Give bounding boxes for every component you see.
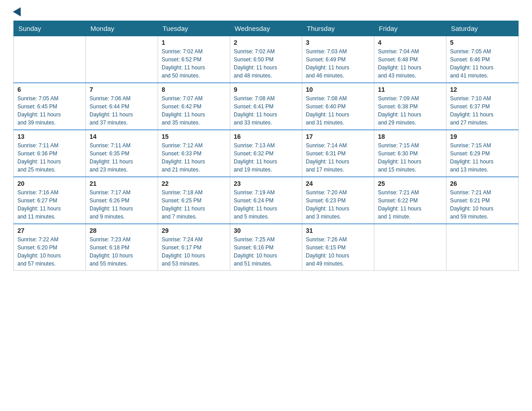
day-number: 6 bbox=[17, 86, 82, 93]
calendar-cell: 6Sunrise: 7:05 AMSunset: 6:45 PMDaylight… bbox=[14, 83, 86, 130]
calendar-cell: 17Sunrise: 7:14 AMSunset: 6:31 PMDayligh… bbox=[302, 130, 374, 177]
day-info: Sunrise: 7:15 AMSunset: 6:30 PMDaylight:… bbox=[378, 141, 442, 174]
calendar-cell: 24Sunrise: 7:20 AMSunset: 6:23 PMDayligh… bbox=[302, 177, 374, 224]
weekday-header-row: SundayMondayTuesdayWednesdayThursdayFrid… bbox=[14, 21, 519, 36]
weekday-header-tuesday: Tuesday bbox=[158, 21, 230, 36]
calendar-cell: 7Sunrise: 7:06 AMSunset: 6:44 PMDaylight… bbox=[86, 83, 158, 130]
day-number: 8 bbox=[162, 86, 226, 93]
calendar-cell: 20Sunrise: 7:16 AMSunset: 6:27 PMDayligh… bbox=[14, 177, 86, 224]
calendar-cell: 15Sunrise: 7:12 AMSunset: 6:33 PMDayligh… bbox=[158, 130, 230, 177]
day-number: 15 bbox=[162, 133, 226, 140]
calendar-cell: 12Sunrise: 7:10 AMSunset: 6:37 PMDayligh… bbox=[446, 83, 519, 130]
day-info: Sunrise: 7:22 AMSunset: 6:20 PMDaylight:… bbox=[17, 235, 82, 268]
calendar-cell: 31Sunrise: 7:26 AMSunset: 6:15 PMDayligh… bbox=[302, 224, 374, 271]
day-number: 23 bbox=[234, 180, 298, 187]
calendar-cell: 21Sunrise: 7:17 AMSunset: 6:26 PMDayligh… bbox=[86, 177, 158, 224]
day-number: 9 bbox=[234, 86, 298, 93]
day-number: 27 bbox=[17, 227, 82, 234]
calendar-table: SundayMondayTuesdayWednesdayThursdayFrid… bbox=[13, 21, 519, 271]
day-info: Sunrise: 7:17 AMSunset: 6:26 PMDaylight:… bbox=[90, 188, 154, 221]
day-info: Sunrise: 7:21 AMSunset: 6:21 PMDaylight:… bbox=[450, 188, 515, 221]
weekday-header-thursday: Thursday bbox=[302, 21, 374, 36]
day-number: 10 bbox=[306, 86, 370, 93]
calendar-cell: 9Sunrise: 7:08 AMSunset: 6:41 PMDaylight… bbox=[230, 83, 302, 130]
day-number: 7 bbox=[90, 86, 154, 93]
calendar-cell: 23Sunrise: 7:19 AMSunset: 6:24 PMDayligh… bbox=[230, 177, 302, 224]
day-number: 29 bbox=[162, 227, 226, 234]
calendar-cell: 26Sunrise: 7:21 AMSunset: 6:21 PMDayligh… bbox=[446, 177, 519, 224]
calendar-cell: 28Sunrise: 7:23 AMSunset: 6:18 PMDayligh… bbox=[86, 224, 158, 271]
day-number: 12 bbox=[450, 86, 515, 93]
calendar-cell: 5Sunrise: 7:05 AMSunset: 6:46 PMDaylight… bbox=[446, 36, 519, 83]
calendar-cell: 3Sunrise: 7:03 AMSunset: 6:49 PMDaylight… bbox=[302, 36, 374, 83]
day-info: Sunrise: 7:11 AMSunset: 6:36 PMDaylight:… bbox=[17, 141, 82, 174]
day-number: 5 bbox=[450, 39, 515, 46]
calendar-cell: 11Sunrise: 7:09 AMSunset: 6:38 PMDayligh… bbox=[374, 83, 446, 130]
calendar-cell bbox=[446, 224, 519, 271]
day-info: Sunrise: 7:06 AMSunset: 6:44 PMDaylight:… bbox=[90, 94, 154, 127]
day-number: 17 bbox=[306, 133, 370, 140]
calendar-cell bbox=[14, 36, 86, 83]
calendar-cell: 1Sunrise: 7:02 AMSunset: 6:52 PMDaylight… bbox=[158, 36, 230, 83]
day-number: 16 bbox=[234, 133, 298, 140]
day-info: Sunrise: 7:15 AMSunset: 6:29 PMDaylight:… bbox=[450, 141, 515, 174]
weekday-header-saturday: Saturday bbox=[446, 21, 519, 36]
calendar-cell: 16Sunrise: 7:13 AMSunset: 6:32 PMDayligh… bbox=[230, 130, 302, 177]
calendar-cell bbox=[86, 36, 158, 83]
day-number: 11 bbox=[378, 86, 442, 93]
day-info: Sunrise: 7:04 AMSunset: 6:48 PMDaylight:… bbox=[378, 47, 442, 80]
calendar-cell: 14Sunrise: 7:11 AMSunset: 6:35 PMDayligh… bbox=[86, 130, 158, 177]
page-header bbox=[13, 9, 519, 16]
day-number: 25 bbox=[378, 180, 442, 187]
day-info: Sunrise: 7:10 AMSunset: 6:37 PMDaylight:… bbox=[450, 94, 515, 127]
calendar-cell: 2Sunrise: 7:02 AMSunset: 6:50 PMDaylight… bbox=[230, 36, 302, 83]
weekday-header-sunday: Sunday bbox=[14, 21, 86, 36]
day-info: Sunrise: 7:07 AMSunset: 6:42 PMDaylight:… bbox=[162, 94, 226, 127]
day-number: 26 bbox=[450, 180, 515, 187]
day-info: Sunrise: 7:23 AMSunset: 6:18 PMDaylight:… bbox=[90, 235, 154, 268]
day-info: Sunrise: 7:09 AMSunset: 6:38 PMDaylight:… bbox=[378, 94, 442, 127]
day-info: Sunrise: 7:05 AMSunset: 6:46 PMDaylight:… bbox=[450, 47, 515, 80]
day-number: 14 bbox=[90, 133, 154, 140]
calendar-week-row-5: 27Sunrise: 7:22 AMSunset: 6:20 PMDayligh… bbox=[14, 224, 519, 271]
day-info: Sunrise: 7:02 AMSunset: 6:50 PMDaylight:… bbox=[234, 47, 298, 80]
day-number: 4 bbox=[378, 39, 442, 46]
calendar-cell: 4Sunrise: 7:04 AMSunset: 6:48 PMDaylight… bbox=[374, 36, 446, 83]
logo bbox=[13, 9, 24, 16]
day-number: 2 bbox=[234, 39, 298, 46]
day-number: 18 bbox=[378, 133, 442, 140]
calendar-cell: 30Sunrise: 7:25 AMSunset: 6:16 PMDayligh… bbox=[230, 224, 302, 271]
day-info: Sunrise: 7:26 AMSunset: 6:15 PMDaylight:… bbox=[306, 235, 370, 268]
day-info: Sunrise: 7:13 AMSunset: 6:32 PMDaylight:… bbox=[234, 141, 298, 174]
day-info: Sunrise: 7:25 AMSunset: 6:16 PMDaylight:… bbox=[234, 235, 298, 268]
day-info: Sunrise: 7:20 AMSunset: 6:23 PMDaylight:… bbox=[306, 188, 370, 221]
calendar-cell: 10Sunrise: 7:08 AMSunset: 6:40 PMDayligh… bbox=[302, 83, 374, 130]
day-number: 3 bbox=[306, 39, 370, 46]
day-info: Sunrise: 7:18 AMSunset: 6:25 PMDaylight:… bbox=[162, 188, 226, 221]
weekday-header-wednesday: Wednesday bbox=[230, 21, 302, 36]
day-number: 1 bbox=[162, 39, 226, 46]
day-number: 20 bbox=[17, 180, 82, 187]
day-number: 30 bbox=[234, 227, 298, 234]
day-info: Sunrise: 7:16 AMSunset: 6:27 PMDaylight:… bbox=[17, 188, 82, 221]
logo-arrow-icon bbox=[13, 7, 25, 19]
calendar-week-row-3: 13Sunrise: 7:11 AMSunset: 6:36 PMDayligh… bbox=[14, 130, 519, 177]
calendar-cell: 8Sunrise: 7:07 AMSunset: 6:42 PMDaylight… bbox=[158, 83, 230, 130]
weekday-header-friday: Friday bbox=[374, 21, 446, 36]
calendar-cell: 19Sunrise: 7:15 AMSunset: 6:29 PMDayligh… bbox=[446, 130, 519, 177]
day-info: Sunrise: 7:08 AMSunset: 6:41 PMDaylight:… bbox=[234, 94, 298, 127]
day-number: 19 bbox=[450, 133, 515, 140]
day-info: Sunrise: 7:19 AMSunset: 6:24 PMDaylight:… bbox=[234, 188, 298, 221]
day-info: Sunrise: 7:05 AMSunset: 6:45 PMDaylight:… bbox=[17, 94, 82, 127]
day-info: Sunrise: 7:11 AMSunset: 6:35 PMDaylight:… bbox=[90, 141, 154, 174]
day-info: Sunrise: 7:21 AMSunset: 6:22 PMDaylight:… bbox=[378, 188, 442, 221]
calendar-cell: 13Sunrise: 7:11 AMSunset: 6:36 PMDayligh… bbox=[14, 130, 86, 177]
day-number: 22 bbox=[162, 180, 226, 187]
calendar-cell: 25Sunrise: 7:21 AMSunset: 6:22 PMDayligh… bbox=[374, 177, 446, 224]
day-number: 31 bbox=[306, 227, 370, 234]
day-info: Sunrise: 7:12 AMSunset: 6:33 PMDaylight:… bbox=[162, 141, 226, 174]
day-number: 21 bbox=[90, 180, 154, 187]
calendar-cell bbox=[374, 224, 446, 271]
calendar-week-row-1: 1Sunrise: 7:02 AMSunset: 6:52 PMDaylight… bbox=[14, 36, 519, 83]
calendar-cell: 22Sunrise: 7:18 AMSunset: 6:25 PMDayligh… bbox=[158, 177, 230, 224]
